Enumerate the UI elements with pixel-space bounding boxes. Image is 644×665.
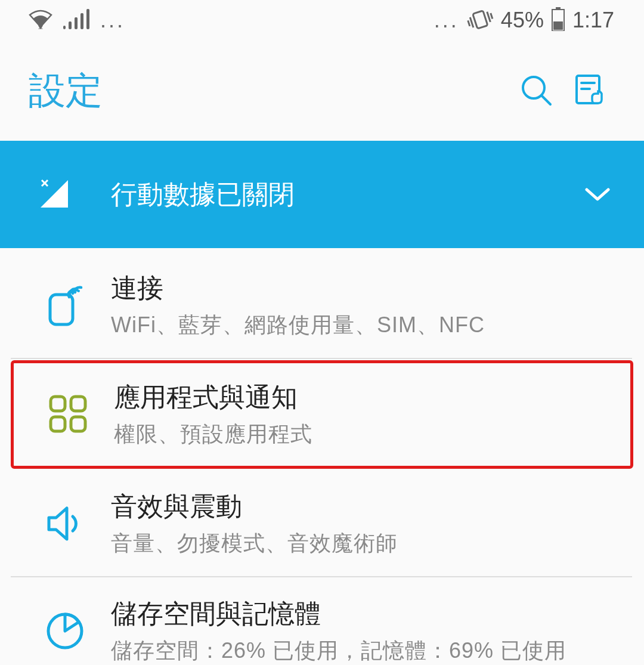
battery-percent: 45% <box>501 8 544 33</box>
svg-rect-27 <box>71 397 85 411</box>
status-more-dots: ... <box>100 8 125 33</box>
item-title: 連接 <box>111 271 485 306</box>
status-right-dots: ... <box>434 8 459 33</box>
svg-line-8 <box>470 17 473 27</box>
page-title: 設定 <box>29 66 510 116</box>
svg-rect-26 <box>51 397 65 411</box>
status-right: ... 45% 1:17 <box>434 7 614 33</box>
battery-icon <box>551 7 565 33</box>
search-button[interactable] <box>510 73 563 108</box>
signal-icon <box>63 9 89 32</box>
svg-line-10 <box>487 12 491 22</box>
status-left: ... <box>29 8 125 33</box>
banner-text: 行動數據已關閉 <box>83 177 584 212</box>
svg-rect-28 <box>51 417 65 431</box>
mobile-data-off-icon <box>26 178 83 211</box>
svg-rect-14 <box>553 21 563 30</box>
mobile-data-banner[interactable]: 行動數據已關閉 <box>0 141 644 248</box>
connection-icon <box>45 284 111 327</box>
settings-header: 設定 <box>0 41 644 141</box>
item-title: 音效與震動 <box>111 489 398 524</box>
vibrate-icon <box>466 7 494 33</box>
storage-icon <box>45 611 111 651</box>
item-subtitle: WiFi、藍芽、網路使用量、SIM、NFC <box>111 311 485 340</box>
svg-rect-2 <box>63 26 66 29</box>
svg-rect-5 <box>80 13 83 29</box>
document-thumb-icon <box>572 73 606 108</box>
svg-rect-3 <box>69 21 72 29</box>
item-title: 儲存空間與記憶體 <box>111 596 566 632</box>
sound-icon <box>45 505 111 543</box>
svg-rect-6 <box>86 9 89 29</box>
wifi-icon <box>29 9 52 32</box>
status-bar: ... ... 45% 1:17 <box>0 0 644 41</box>
item-subtitle: 儲存空間：26% 已使用，記憶體：69% 已使用 <box>111 636 566 665</box>
svg-rect-29 <box>71 417 85 431</box>
feedback-button[interactable] <box>563 73 615 108</box>
settings-item-apps[interactable]: 應用程式與通知 權限、預設應用程式 <box>11 360 633 469</box>
apps-icon <box>48 394 114 435</box>
svg-rect-7 <box>473 11 488 29</box>
svg-line-9 <box>468 20 470 26</box>
item-title: 應用程式與通知 <box>114 380 312 415</box>
svg-rect-4 <box>75 17 78 29</box>
svg-rect-25 <box>50 295 73 324</box>
settings-item-connection[interactable]: 連接 WiFi、藍芽、網路使用量、SIM、NFC <box>11 248 632 359</box>
search-icon <box>519 73 554 108</box>
settings-item-storage[interactable]: 儲存空間與記憶體 儲存空間：26% 已使用，記憶體：69% 已使用 <box>11 577 632 665</box>
svg-line-16 <box>541 95 550 104</box>
settings-item-sound[interactable]: 音效與震動 音量、勿擾模式、音效魔術師 <box>11 470 632 577</box>
clock-time: 1:17 <box>572 8 614 33</box>
item-subtitle: 權限、預設應用程式 <box>114 420 312 449</box>
item-subtitle: 音量、勿擾模式、音效魔術師 <box>111 529 398 558</box>
svg-line-11 <box>491 13 493 19</box>
settings-list: 連接 WiFi、藍芽、網路使用量、SIM、NFC 應用程式與通知 權限、預設應用… <box>0 248 644 665</box>
chevron-down-icon <box>584 186 611 203</box>
expand-chevron[interactable] <box>584 186 611 203</box>
